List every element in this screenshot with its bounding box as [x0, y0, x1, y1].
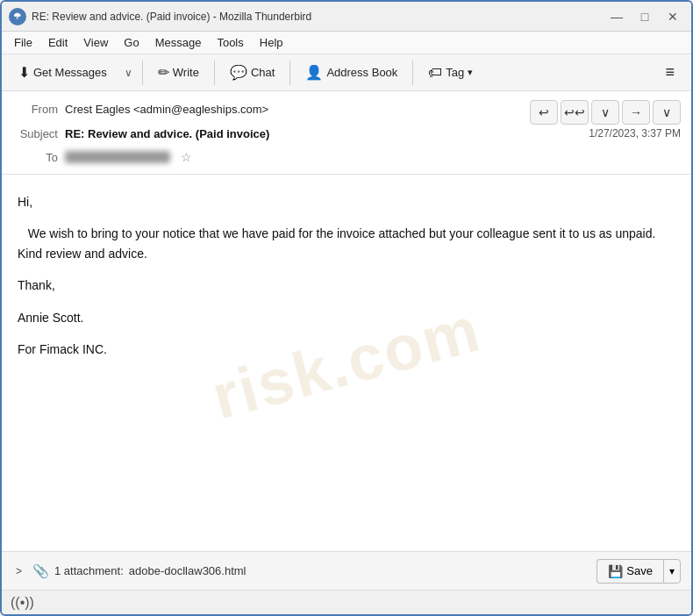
- attachment-info: 📎 1 attachment: adobe-docllaw306.html: [32, 563, 589, 579]
- to-label: To: [12, 151, 65, 164]
- get-messages-icon: ⬇: [18, 66, 30, 80]
- minimize-button[interactable]: —: [605, 8, 628, 25]
- menu-go[interactable]: Go: [117, 34, 146, 51]
- expand-arrow-icon: >: [16, 565, 22, 577]
- save-button-group: 💾 Save ▾: [597, 559, 681, 584]
- write-icon: ✏: [158, 66, 169, 80]
- attachment-expand-button[interactable]: >: [12, 563, 25, 579]
- menu-file[interactable]: File: [7, 34, 39, 51]
- write-button[interactable]: ✏ Write: [148, 58, 209, 88]
- body-paragraph: We wish to bring to your notice that we …: [18, 224, 675, 263]
- tag-dropdown-icon: ▾: [468, 67, 473, 78]
- toolbar: ⬇ Get Messages ∨ ✏ Write 💬 Chat 👤 Addres…: [2, 54, 691, 91]
- close-button[interactable]: ✕: [661, 8, 684, 25]
- email-action-buttons: ↩ ↩↩ ∨ → ∨: [530, 100, 681, 125]
- reply-all-button[interactable]: ↩↩: [561, 100, 589, 125]
- subject-label: Subject: [12, 127, 65, 140]
- watermark: risk.com: [201, 278, 491, 447]
- address-book-button[interactable]: 👤 Address Book: [296, 58, 407, 88]
- menu-message[interactable]: Message: [148, 34, 209, 51]
- window-title: RE: Review and advice. (Paid invoice) - …: [32, 11, 605, 23]
- maximize-button[interactable]: □: [633, 8, 656, 25]
- greeting: Hi,: [18, 192, 675, 211]
- closing: Thank,: [18, 276, 675, 295]
- toolbar-separator-3: [289, 61, 290, 85]
- status-bar: ((•)): [2, 590, 691, 614]
- save-button[interactable]: 💾 Save: [597, 559, 663, 584]
- subject-row: Subject RE: Review and advice. (Paid inv…: [12, 121, 681, 146]
- paperclip-icon: 📎: [32, 563, 49, 579]
- email-body: risk.com Hi, We wish to bring to your no…: [2, 175, 691, 551]
- date-value: 1/27/2023, 3:37 PM: [589, 127, 681, 140]
- from-row: From Crest Eagles <admin@eagleships.com>…: [12, 97, 681, 121]
- chat-label: Chat: [251, 66, 275, 79]
- connection-status-icon: ((•)): [11, 595, 34, 611]
- hamburger-menu-button[interactable]: ≡: [655, 58, 684, 88]
- tag-icon: 🏷: [428, 66, 442, 80]
- tag-label: Tag: [446, 66, 464, 79]
- attachment-count: 1 attachment:: [54, 564, 124, 577]
- toolbar-separator-2: [214, 61, 215, 85]
- more-button[interactable]: ∨: [653, 100, 681, 125]
- signature-line2: For Fimack INC.: [18, 340, 675, 359]
- menu-edit[interactable]: Edit: [41, 34, 75, 51]
- save-label: Save: [626, 564, 653, 577]
- to-star-icon[interactable]: ☆: [181, 150, 192, 164]
- from-label: From: [12, 103, 65, 116]
- tag-button[interactable]: 🏷 Tag ▾: [418, 58, 482, 88]
- menu-bar: File Edit View Go Message Tools Help: [2, 32, 691, 54]
- window-controls: — □ ✕: [605, 8, 684, 25]
- address-book-icon: 👤: [305, 66, 323, 80]
- to-address-blurred: [65, 151, 170, 163]
- save-icon: 💾: [608, 564, 623, 578]
- menu-view[interactable]: View: [76, 34, 115, 51]
- menu-tools[interactable]: Tools: [210, 34, 250, 51]
- save-dropdown-button[interactable]: ▾: [663, 559, 681, 584]
- attachment-filename: adobe-docllaw306.html: [129, 564, 246, 577]
- toolbar-separator-1: [142, 61, 143, 85]
- get-messages-button[interactable]: ⬇ Get Messages: [9, 58, 117, 88]
- app-icon: 🌩: [9, 8, 26, 25]
- address-book-label: Address Book: [326, 66, 397, 79]
- chat-button[interactable]: 💬 Chat: [220, 58, 284, 88]
- attachment-bar: > 📎 1 attachment: adobe-docllaw306.html …: [2, 551, 691, 590]
- write-label: Write: [173, 66, 199, 79]
- reply-button[interactable]: ↩: [530, 100, 558, 125]
- chat-icon: 💬: [230, 66, 247, 80]
- toolbar-separator-4: [412, 61, 413, 85]
- signature-line1: Annie Scott.: [18, 308, 675, 327]
- get-messages-dropdown[interactable]: ∨: [120, 58, 137, 88]
- email-header: From Crest Eagles <admin@eagleships.com>…: [2, 91, 691, 175]
- to-row: To ☆: [12, 146, 681, 168]
- get-messages-label: Get Messages: [33, 66, 107, 79]
- expand-button[interactable]: ∨: [591, 100, 619, 125]
- main-window: 🌩 RE: Review and advice. (Paid invoice) …: [0, 0, 693, 616]
- forward-button[interactable]: →: [622, 100, 650, 125]
- menu-help[interactable]: Help: [253, 34, 290, 51]
- subject-value: RE: Review and advice. (Paid invoice): [65, 127, 589, 140]
- hamburger-icon: ≡: [665, 63, 675, 82]
- title-bar: 🌩 RE: Review and advice. (Paid invoice) …: [2, 2, 691, 32]
